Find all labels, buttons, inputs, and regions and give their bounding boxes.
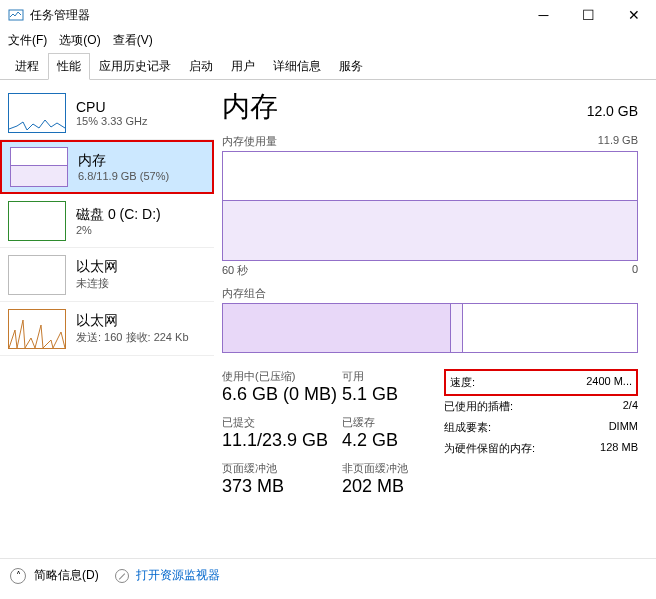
ethernet-thumb xyxy=(8,255,66,295)
memory-composition-chart xyxy=(222,303,638,353)
committed-label: 已提交 xyxy=(222,415,342,430)
close-button[interactable]: ✕ xyxy=(611,0,656,30)
window-controls: ─ ☐ ✕ xyxy=(521,0,656,30)
memory-usage-chart xyxy=(222,151,638,261)
sidebar-item-sub: 发送: 160 接收: 224 Kb xyxy=(76,330,189,345)
sidebar-item-disk[interactable]: 磁盘 0 (C: D:) 2% xyxy=(0,194,214,248)
tab-services[interactable]: 服务 xyxy=(330,53,372,80)
disk-thumb xyxy=(8,201,66,241)
available-label: 可用 xyxy=(342,369,432,384)
reserved-label: 为硬件保留的内存: xyxy=(444,441,535,456)
fewer-details-link[interactable]: 简略信息(D) xyxy=(34,567,99,584)
main-panel: 内存 12.0 GB 内存使用量 11.9 GB 60 秒 0 内存组合 使用中… xyxy=(214,80,656,558)
sidebar-item-label: 以太网 xyxy=(76,312,189,330)
menu-bar: 文件(F) 选项(O) 查看(V) xyxy=(0,30,656,53)
usage-chart-label: 内存使用量 xyxy=(222,134,277,149)
title-bar: 任务管理器 ─ ☐ ✕ xyxy=(0,0,656,30)
available-value: 5.1 GB xyxy=(342,384,432,405)
nonpaged-value: 202 MB xyxy=(342,476,432,497)
menu-view[interactable]: 查看(V) xyxy=(113,32,153,49)
tab-performance[interactable]: 性能 xyxy=(48,53,90,80)
in-use-value: 6.6 GB (0 MB) xyxy=(222,384,342,405)
form-value: DIMM xyxy=(609,420,638,435)
window-title: 任务管理器 xyxy=(30,7,521,24)
chevron-up-icon[interactable]: ˄ xyxy=(10,568,26,584)
app-icon xyxy=(8,7,24,23)
sidebar-item-sub: 6.8/11.9 GB (57%) xyxy=(78,170,169,182)
tab-users[interactable]: 用户 xyxy=(222,53,264,80)
tab-processes[interactable]: 进程 xyxy=(6,53,48,80)
chart-x-right: 0 xyxy=(632,263,638,278)
sidebar-item-label: 以太网 xyxy=(76,258,118,276)
maximize-button[interactable]: ☐ xyxy=(566,0,611,30)
sidebar-item-memory[interactable]: 内存 6.8/11.9 GB (57%) xyxy=(0,140,214,194)
reserved-value: 128 MB xyxy=(600,441,638,456)
ethernet-thumb xyxy=(8,309,66,349)
speed-value: 2400 M... xyxy=(586,375,632,390)
speed-row-highlight: 速度: 2400 M... xyxy=(444,369,638,396)
chart-x-left: 60 秒 xyxy=(222,263,248,278)
menu-file[interactable]: 文件(F) xyxy=(8,32,47,49)
slots-label: 已使用的插槽: xyxy=(444,399,513,414)
slots-value: 2/4 xyxy=(623,399,638,414)
total-memory: 12.0 GB xyxy=(587,103,638,119)
info-rows: 已使用的插槽: 2/4 组成要素: DIMM 为硬件保留的内存: 128 MB xyxy=(444,396,638,459)
sidebar-item-label: 磁盘 0 (C: D:) xyxy=(76,206,161,224)
sidebar-item-sub: 未连接 xyxy=(76,276,118,291)
stats-grid: 使用中(已压缩) 6.6 GB (0 MB) 可用 5.1 GB 已提交 11.… xyxy=(222,369,432,497)
tab-bar: 进程 性能 应用历史记录 启动 用户 详细信息 服务 xyxy=(0,53,656,80)
footer: ˄ 简略信息(D) 打开资源监视器 xyxy=(0,558,656,592)
sidebar-item-sub: 2% xyxy=(76,224,161,236)
sidebar-item-sub: 15% 3.33 GHz xyxy=(76,115,148,127)
cached-label: 已缓存 xyxy=(342,415,432,430)
nonpaged-label: 非页面缓冲池 xyxy=(342,461,432,476)
form-label: 组成要素: xyxy=(444,420,491,435)
tab-details[interactable]: 详细信息 xyxy=(264,53,330,80)
resource-monitor-link[interactable]: 打开资源监视器 xyxy=(115,567,220,584)
sidebar-item-label: 内存 xyxy=(78,152,169,170)
in-use-label: 使用中(已压缩) xyxy=(222,369,342,384)
menu-options[interactable]: 选项(O) xyxy=(59,32,100,49)
sidebar: CPU 15% 3.33 GHz 内存 6.8/11.9 GB (57%) 磁盘… xyxy=(0,80,214,558)
paged-label: 页面缓冲池 xyxy=(222,461,342,476)
sidebar-item-ethernet-1[interactable]: 以太网 未连接 xyxy=(0,248,214,302)
resmon-icon xyxy=(115,569,129,583)
tab-startup[interactable]: 启动 xyxy=(180,53,222,80)
page-title: 内存 xyxy=(222,88,278,126)
memory-thumb xyxy=(10,147,68,187)
sidebar-item-label: CPU xyxy=(76,99,148,115)
tab-app-history[interactable]: 应用历史记录 xyxy=(90,53,180,80)
usage-chart-max: 11.9 GB xyxy=(598,134,638,149)
speed-label: 速度: xyxy=(450,375,475,390)
cached-value: 4.2 GB xyxy=(342,430,432,451)
sidebar-item-ethernet-2[interactable]: 以太网 发送: 160 接收: 224 Kb xyxy=(0,302,214,356)
comp-chart-label: 内存组合 xyxy=(222,286,266,301)
committed-value: 11.1/23.9 GB xyxy=(222,430,342,451)
paged-value: 373 MB xyxy=(222,476,342,497)
minimize-button[interactable]: ─ xyxy=(521,0,566,30)
sidebar-item-cpu[interactable]: CPU 15% 3.33 GHz xyxy=(0,86,214,140)
cpu-thumb xyxy=(8,93,66,133)
